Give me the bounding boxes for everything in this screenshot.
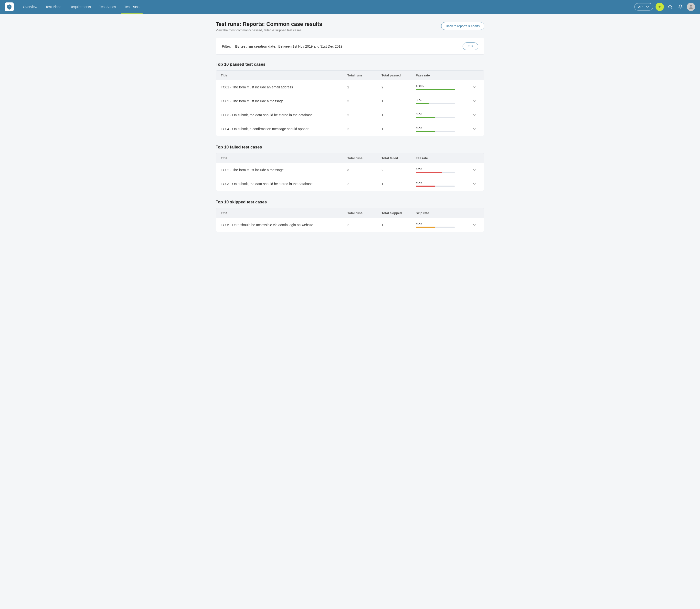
progress-bar-bg [416,89,455,90]
failed-section-title: Top 10 failed test cases [216,145,484,150]
progress-bar-bg [416,103,455,104]
expand-chevron[interactable] [469,223,479,227]
failed-table: Title Total runs Total failed Fail rate … [216,153,484,191]
failed-table-header: Title Total runs Total failed Fail rate [216,153,484,163]
progress-pct: 50% [416,222,469,226]
progress-bar-fill [416,186,435,187]
add-button[interactable]: + [655,3,664,11]
progress-bar-bg [416,117,455,118]
filter-label: Filter: [222,45,231,48]
page-header: Test runs: Reports: Common case results … [216,21,484,32]
page-title: Test runs: Reports: Common case results [216,21,322,27]
progress-cell: 67% [416,167,469,173]
row-title: TC03 - On submit, the data should be sto… [221,182,347,186]
nav-test-runs[interactable]: Test Runs [121,3,143,11]
row-col3: 1 [381,113,416,117]
main-content: Test runs: Reports: Common case results … [211,14,489,248]
table-row: TC03 - On submit, the data should be sto… [216,177,484,191]
passed-section: Top 10 passed test cases Title Total run… [216,62,484,136]
page-subtitle: View the most commonly passed, failed & … [216,28,322,32]
row-title: TC05 - Data should be accessible via adm… [221,223,347,227]
table-row: TC04 - On submit, a confirmation message… [216,122,484,136]
passed-table-header: Title Total runs Total passed Pass rate [216,71,484,80]
nav-test-plans[interactable]: Test Plans [42,3,65,11]
progress-cell: 50% [416,126,469,132]
failed-section: Top 10 failed test cases Title Total run… [216,145,484,191]
row-total-runs: 3 [347,168,381,172]
progress-pct: 67% [416,167,469,171]
expand-chevron[interactable] [469,113,479,117]
progress-pct: 50% [416,126,469,130]
progress-bar-bg [416,172,455,173]
svg-point-2 [690,5,692,7]
row-title: TC01 - The form must include an email ad… [221,85,347,89]
edit-filter-button[interactable]: Edit [463,42,478,50]
passed-section-title: Top 10 passed test cases [216,62,484,67]
expand-chevron[interactable] [469,99,479,103]
progress-pct: 50% [416,181,469,185]
skipped-table-header: Title Total runs Total skipped Skip rate [216,208,484,218]
search-button[interactable] [666,3,674,11]
progress-cell: 50% [416,222,469,228]
table-row: TC02 - The form must include a message 3… [216,94,484,108]
table-row: TC05 - Data should be accessible via adm… [216,218,484,232]
progress-pct: 100% [416,84,469,88]
skipped-section-title: Top 10 skipped test cases [216,200,484,205]
skipped-section: Top 10 skipped test cases Title Total ru… [216,200,484,232]
failed-rows: TC02 - The form must include a message 3… [216,163,484,191]
api-dropdown[interactable]: API [634,3,653,11]
progress-cell: 33% [416,98,469,104]
progress-cell: 50% [416,181,469,187]
row-total-runs: 3 [347,99,381,103]
progress-bar-bg [416,130,455,132]
nav-links: Overview Test Plans Requirements Test Su… [19,3,634,11]
row-total-runs: 2 [347,113,381,117]
page-title-group: Test runs: Reports: Common case results … [216,21,322,32]
progress-pct: 33% [416,98,469,102]
row-title: TC02 - The form must include a message [221,168,347,172]
navbar: Overview Test Plans Requirements Test Su… [0,0,700,14]
progress-bar-fill [416,172,442,173]
row-title: TC02 - The form must include a message [221,99,347,103]
row-col3: 1 [381,223,416,227]
row-title: TC03 - On submit, the data should be sto… [221,113,347,117]
nav-overview[interactable]: Overview [19,3,40,11]
expand-chevron[interactable] [469,127,479,131]
row-total-runs: 2 [347,223,381,227]
row-col3: 1 [381,127,416,131]
table-row: TC02 - The form must include a message 3… [216,163,484,177]
avatar[interactable] [687,3,695,11]
progress-bar-fill [416,227,435,228]
progress-bar-fill [416,103,429,104]
row-title: TC04 - On submit, a confirmation message… [221,127,347,131]
progress-bar-fill [416,130,435,132]
table-row: TC01 - The form must include an email ad… [216,80,484,94]
progress-bar-bg [416,227,455,228]
row-total-runs: 2 [347,182,381,186]
progress-bar-bg [416,186,455,187]
notifications-button[interactable] [677,3,684,11]
expand-chevron[interactable] [469,182,479,186]
skipped-table: Title Total runs Total skipped Skip rate… [216,208,484,232]
nav-requirements[interactable]: Requirements [66,3,94,11]
skipped-rows: TC05 - Data should be accessible via adm… [216,218,484,232]
filter-info: Filter: By test run creation date: Betwe… [222,45,342,48]
passed-table: Title Total runs Total passed Pass rate … [216,70,484,136]
progress-cell: 50% [416,112,469,118]
logo[interactable] [5,2,14,11]
progress-bar-fill [416,89,455,90]
navbar-right: API + [634,3,695,11]
filter-text: By test run creation date: Between 1st N… [235,45,342,48]
progress-pct: 50% [416,112,469,116]
passed-rows: TC01 - The form must include an email ad… [216,80,484,136]
table-row: TC03 - On submit, the data should be sto… [216,108,484,122]
expand-chevron[interactable] [469,85,479,89]
progress-bar-fill [416,117,435,118]
nav-test-suites[interactable]: Test Suites [96,3,119,11]
row-col3: 1 [381,182,416,186]
row-col3: 1 [381,99,416,103]
expand-chevron[interactable] [469,168,479,172]
back-to-reports-button[interactable]: Back to reports & charts [441,22,484,30]
svg-line-1 [671,8,672,9]
row-col3: 2 [381,168,416,172]
